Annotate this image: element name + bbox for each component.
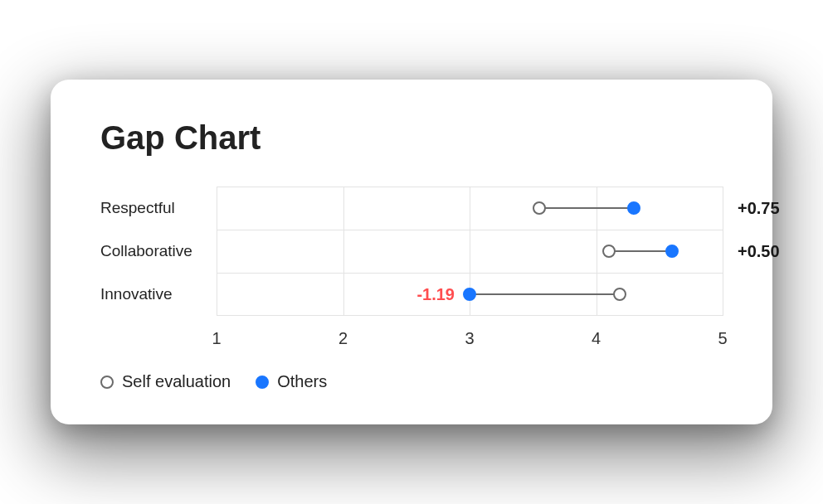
x-axis: 12345 (100, 324, 723, 349)
chart-title: Gap Chart (100, 119, 723, 157)
legend-item-self: Self evaluation (100, 372, 231, 391)
legend-item-others: Others (256, 372, 327, 391)
legend-label-self: Self evaluation (122, 372, 231, 391)
gap-connector (609, 250, 672, 252)
row-border (217, 315, 723, 316)
gridline (723, 273, 723, 316)
others-point-icon (627, 201, 640, 215)
x-tick: 2 (338, 329, 348, 348)
row-border (217, 230, 723, 230)
gap-value: +0.75 (738, 199, 780, 218)
self-point-icon (602, 245, 616, 258)
row-label: Respectful (100, 199, 217, 217)
gridline (343, 273, 344, 316)
filled-circle-icon (256, 376, 269, 389)
gap-connector (539, 207, 634, 209)
gridline (470, 230, 470, 273)
plot-area: +0.75 (217, 187, 723, 230)
others-point-icon (665, 245, 679, 258)
gridline (343, 187, 344, 230)
row-label: Collaborative (100, 242, 217, 260)
x-tick: 3 (465, 329, 474, 348)
row-border (217, 187, 723, 187)
gap-chart-card: Gap Chart Respectful+0.75Collaborative+0… (51, 80, 772, 424)
x-tick: 1 (212, 329, 221, 348)
gridline (343, 230, 344, 273)
chart-area: Respectful+0.75Collaborative+0.50Innovat… (100, 187, 723, 349)
plot-area: -1.19 (217, 273, 723, 316)
self-point-icon (533, 201, 546, 215)
gridline (723, 187, 723, 230)
gridline (217, 230, 217, 273)
row-label: Innovative (100, 285, 217, 303)
legend: Self evaluation Others (100, 372, 723, 391)
self-point-icon (613, 288, 626, 301)
hollow-circle-icon (100, 376, 114, 389)
x-tick: 5 (718, 329, 727, 348)
gridline (723, 230, 723, 273)
gap-connector (470, 293, 620, 295)
others-point-icon (463, 288, 476, 301)
legend-label-others: Others (277, 372, 327, 391)
plot-area: +0.50 (217, 230, 723, 273)
chart-row: Collaborative+0.50 (100, 230, 723, 273)
row-border (217, 273, 723, 274)
gridline (217, 273, 217, 316)
gridline (597, 230, 597, 273)
gap-value: +0.50 (738, 242, 780, 261)
chart-row: Respectful+0.75 (100, 187, 723, 230)
gap-value: -1.19 (416, 285, 455, 304)
x-tick: 4 (592, 329, 601, 348)
gridline (217, 187, 217, 230)
gridline (470, 187, 470, 230)
chart-row: Innovative-1.19 (100, 273, 723, 316)
